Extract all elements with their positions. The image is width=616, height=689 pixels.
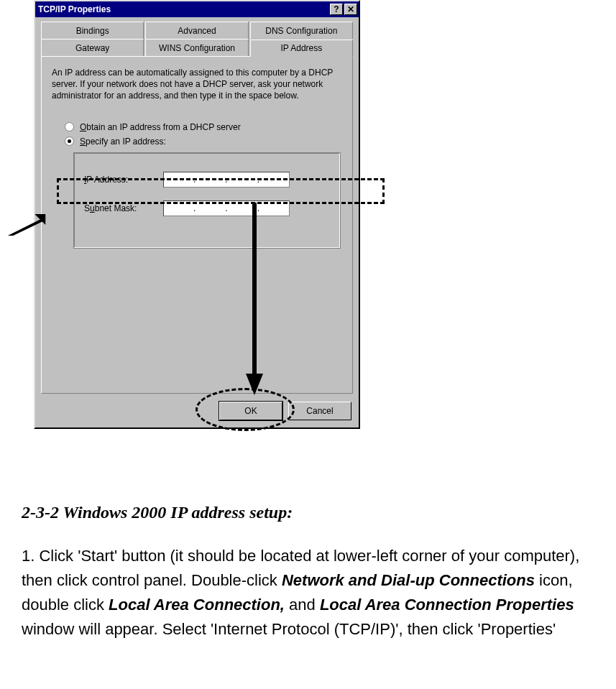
- window-title: TCP/IP Properties: [38, 4, 328, 14]
- ok-button[interactable]: OK: [219, 402, 282, 420]
- radio-specify-ip[interactable]: Specify an IP address:: [65, 137, 342, 147]
- ip-input-group: IP Address: . . . Subnet Mask: . . .: [73, 152, 341, 249]
- ip-address-input[interactable]: . . .: [163, 172, 290, 188]
- tab-panel-ip-address: An IP address can be automatically assig…: [41, 56, 353, 394]
- tcpip-properties-dialog: TCP/IP Properties ? ✕ Bindings Advanced …: [34, 0, 360, 429]
- section-heading: 2-3-2 Windows 2000 IP address setup:: [22, 503, 597, 522]
- subnet-mask-input[interactable]: . . .: [163, 200, 290, 216]
- radio-icon-selected: [65, 137, 74, 146]
- tab-dns-configuration[interactable]: DNS Configuration: [250, 22, 353, 39]
- tab-ip-address[interactable]: IP Address: [250, 40, 353, 57]
- close-button[interactable]: ✕: [344, 4, 357, 15]
- ip-dot: .: [225, 175, 227, 185]
- ip-dot: .: [193, 175, 196, 185]
- subnet-mask-row: Subnet Mask: . . .: [84, 200, 330, 216]
- ip-dot: .: [193, 203, 196, 213]
- ip-dot: .: [257, 203, 259, 213]
- ip-dot: .: [225, 203, 227, 213]
- tab-bindings[interactable]: Bindings: [41, 22, 144, 39]
- close-icon: ✕: [347, 4, 354, 14]
- radio-obtain-dhcp[interactable]: Obtain an IP address from a DHCP server: [65, 122, 342, 132]
- radio-icon: [65, 122, 74, 131]
- tab-wins-configuration[interactable]: WINS Configuration: [145, 39, 248, 56]
- tab-advanced[interactable]: Advanced: [145, 22, 248, 39]
- ip-address-row: IP Address: . . .: [84, 172, 330, 188]
- help-button[interactable]: ?: [330, 4, 343, 15]
- tab-gateway[interactable]: Gateway: [41, 39, 144, 56]
- radio-obtain-label: Obtain an IP address from a DHCP server: [80, 122, 241, 132]
- tab-row-front: Gateway WINS Configuration IP Address: [41, 39, 353, 56]
- ip-description: An IP address can be automatically assig…: [52, 67, 342, 102]
- tab-row-back: Bindings Advanced DNS Configuration: [41, 22, 353, 39]
- radio-specify-label: Specify an IP address:: [80, 137, 166, 147]
- subnet-mask-label: Subnet Mask:: [84, 203, 163, 213]
- tab-area: Bindings Advanced DNS Configuration Gate…: [41, 22, 353, 395]
- ip-dot: .: [257, 175, 259, 185]
- instruction-step-1: 1. Click 'Start' button (it should be lo…: [22, 544, 597, 642]
- dialog-buttons: OK Cancel: [219, 402, 351, 420]
- cancel-button[interactable]: Cancel: [288, 402, 351, 420]
- titlebar: TCP/IP Properties ? ✕: [35, 1, 359, 17]
- article-body: 2-3-2 Windows 2000 IP address setup: 1. …: [22, 503, 597, 642]
- ip-address-label: IP Address:: [84, 175, 163, 185]
- help-icon: ?: [334, 4, 339, 14]
